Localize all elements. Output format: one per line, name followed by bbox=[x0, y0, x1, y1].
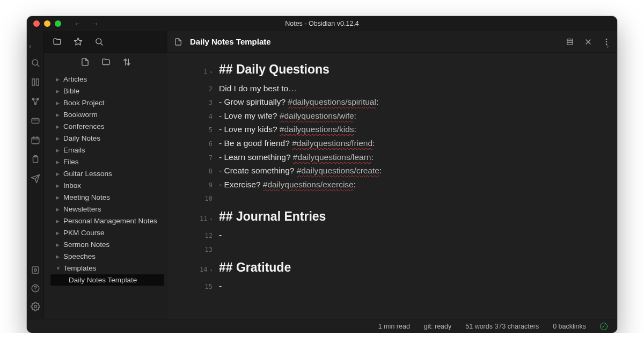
card-icon[interactable] bbox=[31, 116, 40, 126]
folder-item[interactable]: ▶Daily Notes bbox=[50, 133, 164, 144]
close-tab-icon[interactable] bbox=[584, 38, 592, 46]
library-icon[interactable] bbox=[31, 77, 40, 87]
line-content[interactable]: - Love my kids? #dailyquestions/kids: bbox=[219, 122, 356, 136]
collapse-right-sidebar-button[interactable]: › bbox=[606, 42, 615, 50]
chevron-right-icon[interactable]: ▶ bbox=[56, 242, 60, 247]
editor-line[interactable]: 6- Be a good friend? #dailyquestions/fri… bbox=[167, 136, 617, 150]
chevron-right-icon[interactable]: ▶ bbox=[56, 77, 60, 82]
line-content[interactable]: - Learn something? #dailyquestions/learn… bbox=[219, 150, 374, 164]
line-content[interactable] bbox=[219, 242, 221, 256]
editor-line[interactable]: 13 bbox=[167, 242, 617, 256]
vault-icon[interactable] bbox=[31, 265, 40, 275]
chevron-right-icon[interactable]: ▶ bbox=[56, 159, 60, 165]
folder-item[interactable]: ▶Meeting Notes bbox=[50, 192, 164, 203]
chevron-right-icon[interactable]: ▶ bbox=[56, 254, 60, 259]
folder-item[interactable]: ▶Emails bbox=[50, 144, 164, 156]
close-window-button[interactable] bbox=[33, 20, 40, 27]
chevron-right-icon[interactable]: ▶ bbox=[56, 136, 60, 141]
search-icon[interactable] bbox=[31, 58, 40, 68]
editor-line[interactable]: 12- bbox=[167, 228, 617, 242]
line-content[interactable] bbox=[219, 191, 221, 205]
publish-icon[interactable] bbox=[31, 174, 40, 184]
folder-item[interactable]: ▼Templates bbox=[50, 263, 164, 274]
chevron-right-icon[interactable]: ▶ bbox=[56, 148, 60, 153]
editor-line[interactable]: 7- Learn something? #dailyquestions/lear… bbox=[167, 150, 617, 164]
status-sync-ok-icon[interactable]: ✓ bbox=[600, 323, 608, 330]
chevron-right-icon[interactable]: ▶ bbox=[56, 219, 60, 224]
folder-item[interactable]: ▶PKM Course bbox=[50, 227, 164, 238]
chevron-right-icon[interactable]: ▶ bbox=[56, 100, 60, 106]
line-content[interactable]: - Grow spiritually? #dailyquestions/spir… bbox=[219, 95, 378, 109]
hashtag-link[interactable]: #dailyquestions/create bbox=[297, 166, 379, 175]
file-item-active[interactable]: Daily Notes Template bbox=[50, 274, 164, 286]
editor-line[interactable]: 11## Journal Entries bbox=[167, 205, 617, 229]
hashtag-link[interactable]: #dailyquestions/spiritual bbox=[288, 97, 376, 106]
folder-item[interactable]: ▶Conferences bbox=[50, 121, 164, 132]
editor-body[interactable]: 1## Daily Questions2Did I do my best to…… bbox=[167, 53, 617, 319]
file-explorer-tab-icon[interactable] bbox=[53, 37, 62, 46]
clipboard-icon[interactable] bbox=[31, 155, 40, 164]
hashtag-link[interactable]: #dailyquestions/kids bbox=[280, 125, 354, 134]
folder-item[interactable]: ▶Sermon Notes bbox=[50, 239, 164, 250]
graph-view-icon[interactable] bbox=[31, 97, 40, 106]
collapse-left-sidebar-button[interactable]: ‹ bbox=[29, 42, 38, 50]
folder-item[interactable]: ▶Articles bbox=[50, 74, 164, 85]
calendar-icon[interactable] bbox=[31, 135, 40, 145]
editor-line[interactable]: 8- Create something? #dailyquestions/cre… bbox=[167, 164, 617, 178]
chevron-right-icon[interactable]: ▶ bbox=[56, 207, 60, 212]
chevron-right-icon[interactable]: ▶ bbox=[56, 195, 60, 200]
editor-line[interactable]: 9- Exercise? #dailyquestions/exercise: bbox=[167, 178, 617, 192]
maximize-window-button[interactable] bbox=[55, 20, 61, 27]
chevron-right-icon[interactable]: ▶ bbox=[56, 124, 60, 129]
line-content[interactable]: ## Gratitude bbox=[219, 256, 291, 280]
hashtag-link[interactable]: #dailyquestions/exercise bbox=[263, 180, 354, 189]
chevron-right-icon[interactable]: ▶ bbox=[56, 89, 60, 94]
editor-line[interactable]: 2Did I do my best to… bbox=[167, 82, 617, 96]
line-content[interactable]: ## Daily Questions bbox=[219, 58, 330, 82]
folder-item[interactable]: ▶Bookworm bbox=[50, 109, 164, 120]
line-content[interactable]: - Love my wife? #dailyquestions/wife: bbox=[219, 109, 356, 123]
folder-item[interactable]: ▶Inbox bbox=[50, 180, 164, 191]
folder-item[interactable]: ▶Guitar Lessons bbox=[50, 168, 164, 179]
help-icon[interactable] bbox=[31, 283, 40, 293]
chevron-right-icon[interactable]: ▶ bbox=[56, 171, 60, 177]
settings-icon[interactable] bbox=[31, 302, 40, 311]
hashtag-link[interactable]: #dailyquestions/learn bbox=[293, 152, 371, 162]
folder-item[interactable]: ▶Bible bbox=[50, 85, 164, 97]
nav-back-button[interactable]: ← bbox=[74, 19, 82, 28]
sort-icon[interactable] bbox=[122, 57, 131, 67]
chevron-down-icon[interactable]: ▼ bbox=[56, 266, 60, 271]
folder-item[interactable]: ▶Book Project bbox=[50, 97, 164, 108]
chevron-right-icon[interactable]: ▶ bbox=[56, 112, 60, 118]
line-content[interactable]: - Create something? #dailyquestions/crea… bbox=[219, 164, 382, 178]
line-content[interactable]: Did I do my best to… bbox=[219, 82, 297, 96]
chevron-right-icon[interactable]: ▶ bbox=[56, 183, 60, 188]
editor-line[interactable]: 10 bbox=[167, 191, 617, 205]
line-content[interactable]: - bbox=[219, 228, 222, 242]
folder-item[interactable]: ▶Personal Management Notes bbox=[50, 215, 164, 227]
star-tab-icon[interactable] bbox=[74, 37, 83, 46]
folder-item[interactable]: ▶Files bbox=[50, 156, 164, 168]
preview-toggle-icon[interactable] bbox=[566, 38, 574, 46]
new-note-icon[interactable] bbox=[80, 57, 90, 67]
line-content[interactable]: - Exercise? #dailyquestions/exercise: bbox=[219, 178, 356, 192]
nav-forward-button[interactable]: → bbox=[91, 19, 99, 28]
line-content[interactable]: ## Journal Entries bbox=[219, 205, 326, 229]
editor-line[interactable]: 14## Gratitude bbox=[167, 256, 617, 280]
hashtag-link[interactable]: #dailyquestions/friend bbox=[292, 139, 372, 148]
folder-item[interactable]: ▶Newsletters bbox=[50, 203, 164, 215]
editor-line[interactable]: 5- Love my kids? #dailyquestions/kids: bbox=[167, 122, 617, 136]
line-content[interactable]: - bbox=[219, 279, 222, 293]
hashtag-link[interactable]: #dailyquestions/wife bbox=[280, 111, 354, 120]
search-tab-icon[interactable] bbox=[94, 37, 104, 46]
folder-list[interactable]: ▶Articles▶Bible▶Book Project▶Bookworm▶Co… bbox=[44, 71, 167, 319]
line-content[interactable]: - Be a good friend? #dailyquestions/frie… bbox=[219, 136, 375, 150]
folder-item[interactable]: ▶Speeches bbox=[50, 251, 164, 262]
editor-line[interactable]: 3- Grow spiritually? #dailyquestions/spi… bbox=[167, 95, 617, 109]
chevron-right-icon[interactable]: ▶ bbox=[56, 230, 60, 236]
new-folder-icon[interactable] bbox=[101, 57, 111, 67]
editor-line[interactable]: 4- Love my wife? #dailyquestions/wife: bbox=[167, 109, 617, 123]
editor-line[interactable]: 15- bbox=[167, 279, 617, 293]
editor-line[interactable]: 1## Daily Questions bbox=[167, 58, 617, 82]
minimize-window-button[interactable] bbox=[44, 20, 50, 27]
